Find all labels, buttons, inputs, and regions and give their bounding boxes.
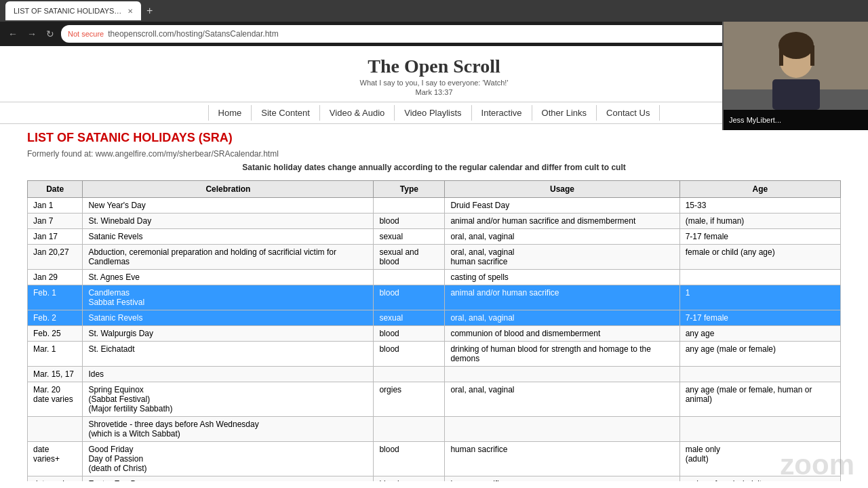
- active-tab[interactable]: LIST OF SATANIC HOLIDAYS (SU... ✕: [5, 1, 141, 20]
- table-cell: any age (male or female, human or animal…: [679, 382, 840, 417]
- video-person: [724, 22, 868, 110]
- table-row: Feb. 1Candlemas Sabbat Festivalbloodanim…: [28, 285, 841, 310]
- table-cell: animal and/or human sacrifice and dismem…: [445, 214, 679, 229]
- table-cell: [374, 417, 445, 442]
- table-row: Mar. 15, 17Ides: [28, 367, 841, 382]
- table-cell: blood: [374, 326, 445, 342]
- table-cell: animal and/or human sacrifice: [445, 285, 679, 310]
- table-cell: blood: [374, 442, 445, 476]
- new-tab-button[interactable]: +: [144, 5, 155, 17]
- svg-rect-5: [779, 45, 783, 66]
- table-cell: sexual: [374, 310, 445, 326]
- nav-site-content[interactable]: Site Content: [252, 105, 320, 121]
- table-cell: male only (adult): [679, 442, 840, 476]
- table-cell: New Year's Day: [83, 198, 374, 214]
- table-cell: [374, 270, 445, 285]
- back-button[interactable]: ←: [5, 27, 20, 41]
- table-cell: [445, 367, 679, 382]
- tab-bar: LIST OF SATANIC HOLIDAYS (SU... ✕ +: [0, 0, 868, 22]
- table-cell: Jan 1: [28, 198, 83, 214]
- svg-rect-3: [772, 79, 820, 110]
- address-input[interactable]: Not secure theopenscroll.com/hosting/Sat…: [61, 25, 812, 43]
- table-cell: Jan 17: [28, 229, 83, 245]
- table-cell: sexual and blood: [374, 245, 445, 270]
- table-cell: Mar. 15, 17: [28, 367, 83, 382]
- table-cell: human sacrifice: [445, 476, 679, 482]
- table-cell: St. Walpurgis Day: [83, 326, 374, 342]
- forward-button[interactable]: →: [24, 27, 39, 41]
- nav-home[interactable]: Home: [208, 105, 252, 121]
- refresh-button[interactable]: ↻: [43, 27, 57, 41]
- table-cell: St. Eichatadt: [83, 342, 374, 367]
- table-row: Jan 29St. Agnes Evecasting of spells: [28, 270, 841, 285]
- table-cell: [374, 367, 445, 382]
- col-celebration: Celebration: [83, 181, 374, 198]
- video-feed: [724, 22, 868, 110]
- url-display: theopenscroll.com/hosting/SatansCalendar…: [108, 29, 278, 39]
- page-body: LIST OF SATANIC HOLIDAYS (SRA) Formerly …: [0, 124, 868, 481]
- table-row: Jan 17Satanic Revelssexualoral, anal, va…: [28, 229, 841, 245]
- video-overlay: Jess MyLibert...: [722, 22, 868, 130]
- table-cell: Satanic Revels: [83, 310, 374, 326]
- disclaimer: Satanic holiday dates change annually ac…: [27, 163, 841, 172]
- table-cell: Easter Eve Day: [83, 476, 374, 482]
- table-cell: human sacrifice: [445, 442, 679, 476]
- table-cell: male or female (adult...: [679, 476, 840, 482]
- table-row: Jan 7St. Winebald Daybloodanimal and/or …: [28, 214, 841, 229]
- table-cell: [374, 198, 445, 214]
- table-cell: drinking of human blood for strength and…: [445, 342, 679, 367]
- table-cell: Mar. 1: [28, 342, 83, 367]
- table-row: Jan 1New Year's DayDruid Feast Day15-33: [28, 198, 841, 214]
- table-cell: [679, 417, 840, 442]
- table-cell: Jan 7: [28, 214, 83, 229]
- table-cell: Feb. 2: [28, 310, 83, 326]
- table-cell: date varies+: [28, 442, 83, 476]
- table-row: Shrovetide - three days before Ash Wedne…: [28, 417, 841, 442]
- table-cell: Candlemas Sabbat Festival: [83, 285, 374, 310]
- table-cell: female or child (any age): [679, 245, 840, 270]
- nav-contact[interactable]: Contact Us: [597, 105, 660, 121]
- table-cell: Jan 20,27: [28, 245, 83, 270]
- table-row: Jan 20,27Abduction, ceremonial preparati…: [28, 245, 841, 270]
- video-name-bar: Jess MyLibert...: [724, 110, 868, 130]
- table-cell: Ides: [83, 367, 374, 382]
- table-row: date varies+Good Friday Day of Passion (…: [28, 442, 841, 476]
- holiday-table: Date Celebration Type Usage Age Jan 1New…: [27, 180, 841, 481]
- table-row: Feb. 2Satanic Revelssexualoral, anal, va…: [28, 310, 841, 326]
- table-cell: 15-33: [679, 198, 840, 214]
- table-cell: Jan 29: [28, 270, 83, 285]
- formerly-found: Formerly found at: www.angelfire.com/my/…: [27, 149, 841, 159]
- table-cell: [679, 270, 840, 285]
- table-cell: Shrovetide - three days before Ash Wedne…: [83, 417, 374, 442]
- nav-video-playlists[interactable]: Video Playlists: [395, 105, 471, 121]
- table-cell: Good Friday Day of Passion (death of Chr…: [83, 442, 374, 476]
- tab-title: LIST OF SATANIC HOLIDAYS (SU...: [14, 7, 122, 15]
- table-cell: 7-17 female: [679, 229, 840, 245]
- table-row: Mar. 1St. Eichatadtblooddrinking of huma…: [28, 342, 841, 367]
- page-heading: LIST OF SATANIC HOLIDAYS (SRA): [27, 131, 841, 145]
- table-cell: 1: [679, 285, 840, 310]
- table-cell: Druid Feast Day: [445, 198, 679, 214]
- table-cell: oral, anal, vaginal: [445, 310, 679, 326]
- participant-name: Jess MyLibert...: [729, 116, 781, 124]
- nav-other-links[interactable]: Other Links: [532, 105, 597, 121]
- col-age: Age: [679, 181, 840, 198]
- table-cell: any age: [679, 326, 840, 342]
- nav-interactive[interactable]: Interactive: [472, 105, 532, 121]
- table-cell: St. Winebald Day: [83, 214, 374, 229]
- table-cell: Feb. 1: [28, 285, 83, 310]
- table-cell: blood: [374, 285, 445, 310]
- table-cell: Feb. 25: [28, 326, 83, 342]
- table-cell: Spring Equinox (Sabbat Festival) (Major …: [83, 382, 374, 417]
- svg-rect-6: [810, 45, 814, 66]
- tab-close-button[interactable]: ✕: [127, 7, 133, 15]
- table-cell: any age (male or female): [679, 342, 840, 367]
- table-cell: date varies: [28, 476, 83, 482]
- table-cell: Mar. 20 date varies: [28, 382, 83, 417]
- table-cell: blood: [374, 214, 445, 229]
- nav-video-audio[interactable]: Video & Audio: [320, 105, 395, 121]
- table-cell: communion of blood and dismemberment: [445, 326, 679, 342]
- table-cell: (male, if human): [679, 214, 840, 229]
- svg-point-4: [778, 32, 814, 59]
- table-cell: [28, 417, 83, 442]
